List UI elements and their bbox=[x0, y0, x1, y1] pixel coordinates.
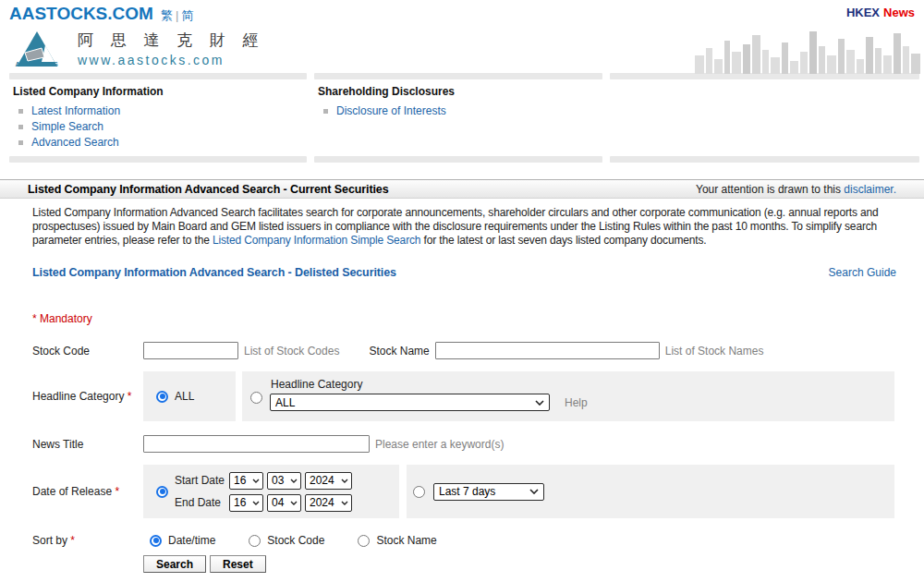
stock-row: Stock Code List of Stock Codes Stock Nam… bbox=[0, 342, 924, 359]
sort-datetime-radio[interactable] bbox=[150, 535, 162, 547]
skyline-image bbox=[695, 24, 924, 74]
end-day-select[interactable]: 16 bbox=[229, 494, 263, 512]
list-of-stock-names-link[interactable]: List of Stock Names bbox=[665, 345, 764, 358]
headline-category-radio[interactable] bbox=[250, 392, 262, 404]
search-button[interactable]: Search bbox=[143, 555, 206, 573]
delisted-securities-link[interactable]: Listed Company Information Advanced Sear… bbox=[32, 266, 396, 279]
bullet-square-icon bbox=[18, 125, 23, 129]
simple-search-link[interactable]: Simple Search bbox=[31, 120, 103, 133]
logo-row: AASTOCKS 阿 思 達 克 財 經 www.aastocks.com bbox=[0, 24, 924, 72]
nav-item-latest-information[interactable]: Latest Information bbox=[18, 105, 303, 116]
headline-category-label-text: Headline Category bbox=[32, 390, 124, 403]
hkex-label: HKEX bbox=[846, 6, 880, 19]
sort-option-stock-code[interactable]: Stock Code bbox=[249, 534, 324, 547]
search-guide-link[interactable]: Search Guide bbox=[829, 266, 896, 279]
disclaimer-link[interactable]: disclaimer. bbox=[844, 183, 896, 196]
date-preset-option: Last 7 days bbox=[407, 465, 894, 518]
start-year-select[interactable]: 2024 bbox=[305, 472, 352, 490]
chevron-down-icon bbox=[529, 489, 539, 494]
end-month-select[interactable]: 04 bbox=[267, 494, 301, 512]
column-bottom-rule bbox=[9, 156, 307, 163]
chevron-down-icon bbox=[252, 501, 260, 505]
headline-all-option: ALL bbox=[143, 371, 236, 421]
sort-stock-name-radio[interactable] bbox=[358, 535, 370, 547]
end-date-label: End Date bbox=[175, 496, 225, 509]
bullet-square-icon bbox=[18, 109, 23, 114]
help-link[interactable]: Help bbox=[565, 396, 588, 409]
news-title-input[interactable] bbox=[143, 435, 370, 453]
disclosure-of-interests-link[interactable]: Disclosure of Interests bbox=[336, 104, 446, 117]
mandatory-note: * Mandatory bbox=[32, 312, 924, 325]
end-year-select[interactable]: 2024 bbox=[305, 494, 352, 512]
sort-option-stock-name[interactable]: Stock Name bbox=[358, 534, 436, 547]
end-year-value: 2024 bbox=[310, 496, 334, 509]
start-month-value: 03 bbox=[272, 474, 284, 487]
intro-text-after: for the latest or last seven days listed… bbox=[420, 234, 706, 247]
sort-by-label: Sort by * bbox=[32, 534, 143, 547]
chevron-down-icon bbox=[535, 400, 544, 406]
chevron-down-icon bbox=[341, 479, 348, 483]
end-day-value: 16 bbox=[234, 496, 246, 509]
nav-column-shareholding-disclosures: Shareholding Disclosures Disclosure of I… bbox=[314, 73, 602, 163]
stock-name-label: Stock Name bbox=[369, 345, 429, 358]
form-buttons-row: Search Reset bbox=[0, 555, 924, 573]
nav-column-title: Shareholding Disclosures bbox=[318, 85, 599, 98]
date-range-radio[interactable] bbox=[156, 486, 168, 498]
sort-stock-code-radio[interactable] bbox=[249, 535, 261, 547]
nav-item-advanced-search[interactable]: Advanced Search bbox=[18, 137, 303, 148]
chevron-down-icon bbox=[341, 501, 348, 505]
date-preset-select[interactable]: Last 7 days bbox=[433, 483, 544, 501]
nav-item-disclosure-of-interests[interactable]: Disclosure of Interests bbox=[323, 105, 599, 116]
headline-category-selected-value: ALL bbox=[275, 396, 295, 409]
section-title-bar: Listed Company Information Advanced Sear… bbox=[0, 179, 924, 199]
stock-name-input[interactable] bbox=[435, 342, 660, 359]
reset-button[interactable]: Reset bbox=[210, 555, 266, 573]
list-of-stock-codes-link[interactable]: List of Stock Codes bbox=[244, 345, 339, 358]
sort-stock-code-label: Stock Code bbox=[267, 534, 324, 547]
column-bottom-rule bbox=[610, 156, 919, 163]
secondary-links-row: Listed Company Information Advanced Sear… bbox=[32, 266, 896, 279]
start-day-select[interactable]: 16 bbox=[229, 472, 263, 490]
sort-stock-name-label: Stock Name bbox=[376, 534, 436, 547]
headline-all-radio[interactable] bbox=[156, 391, 168, 403]
start-date-row: Start Date 16 03 2024 bbox=[175, 472, 352, 490]
nav-item-simple-search[interactable]: Simple Search bbox=[18, 121, 303, 132]
news-title-row: News Title Please enter a keyword(s) bbox=[0, 435, 924, 453]
headline-category-option: Headline Category ALL Help bbox=[242, 371, 894, 421]
date-of-release-label-text: Date of Release bbox=[32, 485, 112, 498]
simple-search-inline-link[interactable]: Listed Company Information Simple Search bbox=[213, 234, 420, 247]
nav-column-title: Listed Company Information bbox=[13, 85, 303, 98]
chevron-down-icon bbox=[290, 501, 298, 505]
date-preset-radio[interactable] bbox=[413, 486, 425, 498]
advanced-search-link[interactable]: Advanced Search bbox=[31, 136, 119, 149]
brand-wordmark[interactable]: AASTOCKS.COM bbox=[9, 4, 153, 23]
lang-simplified-link[interactable]: 简 bbox=[181, 8, 193, 22]
start-year-value: 2024 bbox=[310, 474, 334, 487]
aastocks-logo[interactable]: AASTOCKS bbox=[11, 30, 63, 67]
bullet-square-icon bbox=[323, 109, 328, 114]
sort-option-datetime[interactable]: Date/time bbox=[150, 534, 215, 547]
nav-menus: Listed Company Information Latest Inform… bbox=[0, 73, 924, 163]
start-month-select[interactable]: 03 bbox=[267, 472, 301, 490]
start-day-value: 16 bbox=[234, 474, 246, 487]
stock-code-label: Stock Code bbox=[32, 345, 143, 358]
start-date-label: Start Date bbox=[175, 474, 225, 487]
lang-separator: | bbox=[176, 8, 178, 22]
lang-traditional-link[interactable]: 繁 bbox=[161, 8, 173, 22]
headline-category-select[interactable]: ALL bbox=[270, 394, 550, 411]
sort-datetime-label: Date/time bbox=[168, 534, 215, 547]
date-of-release-row: Date of Release * Start Date 16 03 2024 … bbox=[0, 465, 924, 518]
headline-category-label: Headline Category * bbox=[32, 390, 143, 403]
date-preset-selected-value: Last 7 days bbox=[439, 485, 495, 498]
sort-by-row: Sort by * Date/time Stock Code Stock Nam… bbox=[0, 534, 924, 547]
chevron-down-icon bbox=[252, 479, 260, 483]
stock-code-input[interactable] bbox=[143, 342, 238, 359]
column-bottom-rule bbox=[314, 156, 602, 163]
column-top-rule bbox=[9, 73, 307, 79]
end-date-row: End Date 16 04 2024 bbox=[175, 494, 352, 512]
column-top-rule bbox=[314, 73, 602, 79]
attention-note: Your attention is drawn to this disclaim… bbox=[696, 183, 896, 196]
headline-category-row: Headline Category * ALL Headline Categor… bbox=[0, 371, 924, 421]
mandatory-asterisk: * bbox=[70, 534, 75, 547]
latest-information-link[interactable]: Latest Information bbox=[31, 104, 120, 117]
